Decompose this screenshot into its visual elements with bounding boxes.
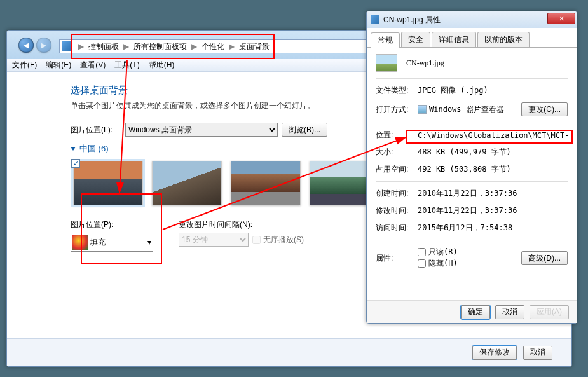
- triangle-down-icon: [71, 147, 76, 151]
- dialog-body: CN-wp1.jpg 文件类型:JPEG 图像 (.jpg) 打开方式:Wind…: [367, 48, 577, 276]
- location-label: 位置:: [376, 130, 418, 141]
- hidden-checkbox[interactable]: 隐藏(H): [418, 258, 458, 269]
- type-label: 文件类型:: [376, 85, 418, 96]
- picture-location-select[interactable]: Windows 桌面背景: [125, 123, 278, 137]
- tab-security[interactable]: 安全: [401, 32, 430, 47]
- size-on-disk-label: 占用空间:: [376, 164, 418, 175]
- tab-general[interactable]: 常规: [371, 32, 400, 48]
- dialog-title: CN-wp1.jpg 属性: [383, 15, 441, 25]
- created-value: 2010年11月22日，3:37:36: [418, 188, 568, 199]
- picture-position-label: 图片位置(P):: [71, 219, 153, 230]
- cancel-prop-button[interactable]: 取消: [495, 305, 524, 319]
- thumbnail-3[interactable]: [231, 161, 301, 205]
- open-with-value: Windows 照片查看器: [418, 104, 517, 115]
- thumbnail-1[interactable]: ✓: [73, 161, 143, 205]
- tab-strip: 常规 安全 详细信息 以前的版本: [367, 28, 577, 48]
- menu-tools[interactable]: 工具(T): [114, 60, 139, 71]
- window-footer: 保存修改 取消: [7, 338, 571, 366]
- folder-icon: [62, 41, 72, 51]
- type-value: JPEG 图像 (.jpg): [418, 85, 568, 96]
- open-with-label: 打开方式:: [376, 104, 418, 115]
- fill-preview-icon: [72, 235, 88, 250]
- thumbnail-checkbox[interactable]: ✓: [71, 159, 80, 168]
- shuffle-checkbox[interactable]: 无序播放(S): [252, 235, 304, 245]
- tab-details[interactable]: 详细信息: [432, 32, 476, 47]
- file-properties-dialog: CN-wp1.jpg 属性 ✕ 常规 安全 详细信息 以前的版本 CN-wp1.…: [366, 11, 577, 324]
- menu-edit[interactable]: 编辑(E): [46, 60, 71, 71]
- breadcrumb-desktop-background[interactable]: 桌面背景: [238, 40, 271, 53]
- breadcrumb-sep-icon: ▶: [191, 42, 197, 51]
- menu-help[interactable]: 帮助(H): [149, 60, 175, 71]
- breadcrumb-personalization[interactable]: 个性化: [200, 40, 226, 53]
- breadcrumb-sep-icon: ▶: [78, 42, 84, 51]
- nav-forward-button[interactable]: ►: [36, 38, 51, 53]
- breadcrumb-sep-icon: ▶: [123, 42, 129, 51]
- thumbnail-2[interactable]: [152, 161, 222, 205]
- fill-label: 填充: [90, 237, 106, 248]
- picture-position-select[interactable]: 填充 ▾: [71, 233, 153, 252]
- dialog-footer: 确定 取消 应用(A): [367, 300, 577, 323]
- size-label: 大小:: [376, 147, 418, 158]
- nav-back-button[interactable]: ◄: [18, 38, 34, 53]
- readonly-checkbox[interactable]: 只读(R): [418, 247, 458, 257]
- close-button[interactable]: ✕: [547, 13, 575, 24]
- save-changes-button[interactable]: 保存修改: [472, 346, 517, 360]
- breadcrumb-all-items[interactable]: 所有控制面板项: [132, 40, 188, 53]
- location-value: C:\Windows\Globalization\MCT\MCT-CN\Wall…: [418, 131, 568, 140]
- browse-button[interactable]: 浏览(B)...: [282, 123, 327, 137]
- filename-field[interactable]: CN-wp1.jpg: [406, 58, 444, 68]
- breadcrumb-control-panel[interactable]: 控制面板: [87, 40, 120, 53]
- accessed-label: 访问时间:: [376, 223, 418, 233]
- file-thumbnail-icon: [376, 54, 397, 72]
- chevron-down-icon: ▾: [147, 238, 151, 247]
- created-label: 创建时间:: [376, 188, 418, 199]
- file-icon: [371, 15, 379, 24]
- accessed-value: 2015年6月12日，7:54:38: [418, 223, 568, 233]
- menu-file[interactable]: 文件(F): [12, 60, 37, 71]
- size-value: 488 KB (499,979 字节): [418, 147, 568, 158]
- interval-select: 15 分钟: [179, 233, 249, 247]
- apply-button: 应用(A): [530, 305, 569, 319]
- photo-viewer-icon: [418, 105, 427, 114]
- interval-label: 更改图片时间间隔(N):: [179, 219, 313, 230]
- breadcrumb-sep-icon: ▶: [229, 42, 235, 51]
- ok-button[interactable]: 确定: [461, 305, 490, 319]
- modified-label: 修改时间:: [376, 205, 418, 216]
- tab-previous-versions[interactable]: 以前的版本: [477, 32, 530, 47]
- shuffle-checkbox-input: [252, 236, 261, 244]
- attributes-label: 属性:: [376, 253, 418, 264]
- advanced-button[interactable]: 高级(D)...: [521, 251, 568, 265]
- dialog-titlebar[interactable]: CN-wp1.jpg 属性 ✕: [367, 11, 577, 28]
- change-app-button[interactable]: 更改(C)...: [521, 102, 568, 116]
- group-header-label: 中国 (6): [79, 143, 109, 154]
- picture-location-label: 图片位置(L):: [71, 125, 121, 135]
- shuffle-label: 无序播放(S): [263, 235, 304, 245]
- size-on-disk-value: 492 KB (503,808 字节): [418, 164, 568, 175]
- modified-value: 2010年11月22日，3:37:36: [418, 205, 568, 216]
- menu-view[interactable]: 查看(V): [80, 60, 106, 71]
- cancel-button[interactable]: 取消: [523, 346, 552, 360]
